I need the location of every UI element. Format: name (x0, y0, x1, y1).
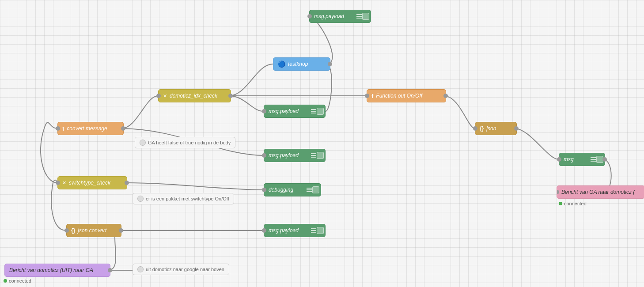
port-left (262, 153, 266, 158)
conn-domoticz-testknop (229, 64, 273, 96)
conn-convert-domoticz (121, 96, 158, 128)
node-square-btn[interactable] (312, 186, 319, 193)
port-right (443, 94, 448, 98)
port-right (602, 157, 607, 162)
node-label: msg.payload (314, 13, 344, 19)
port-left (56, 181, 60, 185)
conn-testknop-msgpayload2 (326, 64, 332, 111)
node-domoticz-idx-check[interactable]: ✕ domoticz_idx_check (158, 89, 231, 102)
node-msg-payload-1[interactable]: msg.payload (309, 10, 371, 23)
status-bericht-ga: connected (559, 201, 587, 206)
conn-switchtype-convert (41, 122, 57, 183)
comment-switchtype: er is een pakket met switchtype On/Off (133, 193, 234, 204)
node-json[interactable]: {} json (475, 122, 517, 135)
status-bottom-text: connected (9, 278, 31, 283)
conn-domoticz-msgpayload2-direct (229, 96, 264, 111)
port-left (156, 94, 161, 98)
function-icon: f (371, 93, 373, 99)
node-label: Function out On/Off (376, 93, 422, 99)
node-debugging[interactable]: debugging (264, 183, 321, 196)
node-switchtype-check[interactable]: ✕ switchtype_check (57, 176, 127, 189)
node-label: switchtype_check (69, 180, 110, 186)
node-label: msg.payload (269, 227, 299, 234)
node-menu-icon[interactable] (311, 108, 317, 114)
port-left (473, 126, 477, 131)
node-label: Bericht van GA naar domoticz ( (561, 189, 635, 195)
node-label: testknop (288, 61, 308, 67)
node-function-out-onoff[interactable]: f Function out On/Off (367, 89, 446, 102)
node-menu-icon[interactable] (311, 227, 317, 234)
port-right (121, 126, 125, 131)
port-right (328, 62, 332, 66)
comment-bubble-icon (140, 140, 146, 146)
flow-canvas[interactable]: msg.payload 🔵 testknop ✕ domoticz_idx_ch… (0, 0, 644, 287)
port-left (56, 126, 60, 131)
port-left (307, 14, 312, 19)
status-dot-icon (559, 202, 562, 205)
json-icon: {} (480, 125, 484, 132)
node-square-btn[interactable] (362, 13, 369, 20)
conn-function-json (444, 96, 475, 128)
switch-icon: ✕ (62, 180, 66, 186)
node-square-btn[interactable] (317, 152, 324, 159)
node-square-btn[interactable] (317, 227, 324, 234)
json-icon: {} (71, 227, 75, 234)
node-label: debugging (269, 187, 293, 193)
conn-switchtype-debugging (126, 183, 264, 190)
node-msg-payload-4[interactable]: msg.payload (264, 224, 326, 237)
conn-json-msg (515, 128, 559, 159)
node-label: msg (564, 156, 574, 162)
node-menu-icon[interactable] (311, 152, 317, 159)
status-text: connected (564, 201, 587, 206)
status-bottom-connected: connected (4, 278, 31, 283)
port-left (262, 228, 266, 233)
node-label: Bericht van domoticz (UIT) naar GA (9, 267, 93, 273)
comment-text: er is een pakket met switchtype On/Off (146, 196, 229, 201)
node-msg-payload-2[interactable]: msg.payload (264, 105, 326, 118)
connections-layer (0, 0, 644, 287)
port-right (514, 126, 519, 131)
port-left (64, 228, 69, 233)
port-left (365, 94, 369, 98)
comment-text: uit domoticz naar google naar boven (146, 267, 224, 272)
comment-text: GA heeft false of true nodig in de body (148, 140, 231, 145)
node-convert-message[interactable]: f convert message (57, 122, 124, 135)
port-right (125, 181, 129, 185)
comment-domoticz-google: uit domoticz naar google naar boven (133, 264, 229, 275)
port-left (262, 109, 266, 113)
node-msg[interactable]: msg (559, 153, 605, 166)
comment-ga-false: GA heeft false of true nodig in de body (135, 137, 235, 148)
node-square-btn[interactable] (317, 108, 324, 115)
port-left (262, 188, 266, 192)
node-testknop[interactable]: 🔵 testknop (273, 57, 330, 71)
testknop-icon: 🔵 (278, 60, 285, 68)
node-menu-icon[interactable] (356, 13, 363, 19)
node-label: json (486, 125, 496, 132)
node-bericht-ga-domoticz[interactable]: Bericht van GA naar domoticz ( (557, 185, 644, 199)
node-label: msg.payload (269, 108, 299, 114)
comment-bubble-icon (137, 266, 144, 272)
comment-bubble-icon (137, 196, 144, 202)
node-label: domoticz_idx_check (170, 93, 217, 99)
node-label: json convert (78, 227, 106, 234)
node-menu-icon[interactable] (307, 187, 313, 193)
switch-icon: ✕ (163, 93, 167, 99)
port-right (108, 268, 112, 272)
port-right (119, 228, 123, 233)
node-bericht-domoticz-ga[interactable]: Bericht van domoticz (UIT) naar GA (4, 264, 110, 277)
function-icon: f (62, 125, 64, 132)
port-left (557, 157, 561, 162)
node-msg-payload-3[interactable]: msg.payload (264, 149, 326, 162)
port-left (557, 190, 559, 194)
node-json-convert[interactable]: {} json convert (66, 224, 121, 237)
conn-testknop-msgpayload1 (309, 16, 333, 64)
status-dot-bottom-icon (4, 279, 7, 283)
node-label: msg.payload (269, 152, 299, 159)
node-label: convert message (67, 125, 107, 132)
port-right (228, 94, 233, 98)
node-menu-icon[interactable] (591, 156, 597, 162)
